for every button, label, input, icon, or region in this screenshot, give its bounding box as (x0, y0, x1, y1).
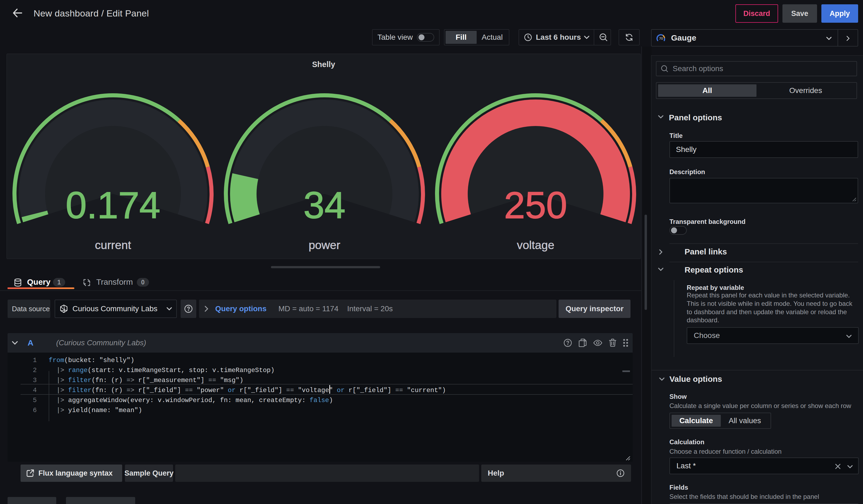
svg-text:70: 70 (659, 37, 663, 40)
